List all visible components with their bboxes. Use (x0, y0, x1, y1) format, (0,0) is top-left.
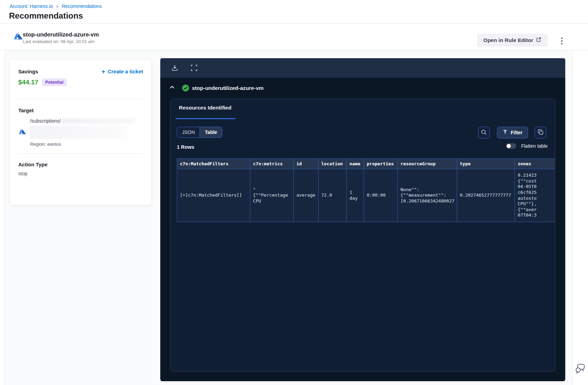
col-header: properties (364, 159, 398, 169)
resources-container: Resources Identified JSON Table (170, 99, 555, 372)
cell-location: 72.0 (318, 169, 347, 222)
search-button[interactable] (478, 127, 490, 138)
page: Account: Harness.io>Recommendations Reco… (0, 0, 588, 385)
redacted-resource-path (30, 126, 127, 139)
cell-metrics: " {""Percentage CPU (250, 169, 294, 222)
redacted-subscription-id (62, 118, 135, 124)
rule-result-header: stop-underutilized-azure-vm (160, 84, 565, 93)
search-icon (481, 129, 487, 136)
recommendation-title: stop-underutilized-azure-vm (23, 31, 99, 38)
col-header: c7n:metrics (250, 159, 294, 169)
copy-button[interactable] (535, 127, 546, 138)
view-toggle-table[interactable]: Table (200, 127, 222, 137)
results-table: c7n:MatchedFilters c7n:metrics id locati… (177, 158, 555, 222)
results-table-wrapper: c7n:MatchedFilters c7n:metrics id locati… (177, 158, 555, 223)
card-divider-2 (18, 154, 143, 154)
create-ticket-label: Create a ticket (108, 69, 143, 74)
tab-resources-identified[interactable]: Resources Identified (179, 105, 231, 111)
azure-icon (13, 31, 23, 43)
col-header: type (457, 159, 515, 169)
col-header: location (318, 159, 347, 169)
filter-label: Filter (511, 130, 523, 135)
flatten-table-label: Flatten table (521, 143, 548, 149)
table-header-row: c7n:MatchedFilters c7n:metrics id locati… (177, 159, 555, 169)
filter-icon (503, 129, 508, 136)
download-icon[interactable] (171, 64, 179, 72)
create-ticket-button[interactable]: + Create a ticket (101, 69, 143, 74)
col-header: resourceGroup (398, 159, 457, 169)
filter-button[interactable]: Filter (497, 127, 528, 138)
panel-toolbar (160, 58, 565, 78)
col-header: id (294, 159, 318, 169)
last-evaluated-text: Last evaluated on: 08 Apr, 10:01 am (23, 39, 94, 44)
flatten-table-control: Flatten table (506, 143, 548, 149)
action-type-value: stop (18, 171, 143, 176)
cell-properties: 0:00:00 (364, 169, 398, 222)
view-toggle: JSON Table (177, 127, 222, 138)
table-row: [+]c7n:MatchedFilters[] " {""Percentage … (177, 169, 555, 222)
breadcrumb-recommendations-link[interactable]: Recommendations (62, 3, 102, 9)
view-toggle-json[interactable]: JSON (177, 127, 200, 137)
tab-active-underline (175, 118, 235, 119)
open-in-rule-editor-button[interactable]: Open in Rule Editor (477, 34, 547, 46)
potential-badge: Potential (42, 79, 67, 86)
details-card: Savings + Create a ticket $44.17 Potenti… (10, 59, 152, 205)
target-resource: /subscriptions/ Region: eastus (18, 118, 143, 147)
cell-type: 0.20274652777777777 (457, 169, 515, 222)
more-options-menu[interactable] (560, 36, 564, 46)
card-divider (18, 99, 143, 99)
col-header: name (347, 159, 364, 169)
cell-name: 1 day (347, 169, 364, 222)
matched-filters-expand-link[interactable]: [+]c7n:MatchedFilters[] (177, 169, 250, 222)
cell-resource-group: None"": {""measurement"": [0.20671066342… (398, 169, 457, 222)
fullscreen-icon[interactable] (190, 64, 198, 72)
breadcrumb-separator: > (56, 4, 59, 9)
target-path-text: /subscriptions/ (30, 118, 61, 124)
azure-icon-small (18, 131, 27, 137)
flatten-toggle[interactable] (506, 143, 516, 149)
col-header: zones (515, 159, 555, 169)
target-region: Region: eastus (30, 142, 135, 147)
open-in-rule-editor-label: Open in Rule Editor (483, 37, 533, 43)
target-label: Target (18, 107, 143, 113)
breadcrumb: Account: Harness.io>Recommendations (10, 3, 102, 9)
rows-count: 1 Rows (177, 144, 194, 150)
recommendation-header: stop-underutilized-azure-vm Last evaluat… (0, 24, 588, 50)
savings-label: Savings (18, 69, 38, 74)
action-type-label: Action Type (18, 162, 143, 167)
page-title: Recommendations (9, 11, 83, 21)
breadcrumb-account-link[interactable]: Account: Harness.io (10, 3, 53, 9)
success-check-icon (182, 84, 189, 93)
rule-name: stop-underutilized-azure-vm (192, 85, 264, 91)
help-chat-icon[interactable] (574, 362, 587, 374)
plus-icon: + (101, 69, 105, 74)
results-panel: stop-underutilized-azure-vm Resources Id… (160, 58, 565, 381)
copy-icon (538, 129, 544, 136)
col-header: c7n:MatchedFilters (177, 159, 250, 169)
cell-zones: 0.21423 {""cost 04-05T0 c6cf625 autosto … (515, 169, 555, 222)
external-link-icon (536, 37, 541, 43)
chevron-up-icon[interactable] (170, 85, 175, 90)
savings-amount: $44.17 (18, 79, 38, 86)
cell-id: average (294, 169, 318, 222)
